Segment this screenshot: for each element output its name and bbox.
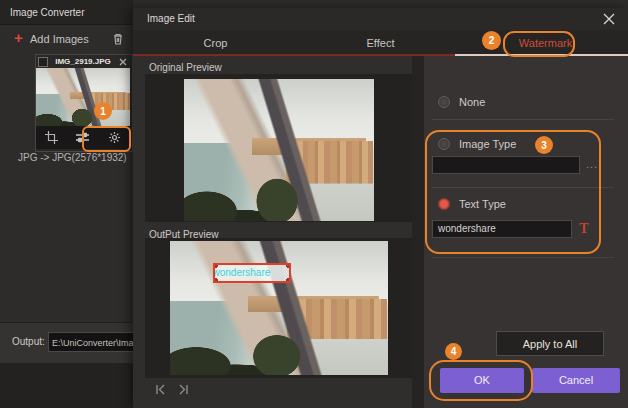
separator — [432, 257, 614, 258]
panel-divider — [412, 56, 424, 408]
annotation-highlight-ok-button — [429, 360, 533, 401]
file-checkbox[interactable] — [38, 57, 48, 67]
annotation-highlight-edit-icon — [82, 126, 131, 152]
file-name: IMG_2919.JPG — [48, 57, 118, 66]
last-image-icon[interactable] — [176, 382, 191, 397]
tab-crop[interactable]: Crop — [133, 30, 298, 56]
sidebar: Image Converter + Add Images IMG_2919.JP… — [0, 0, 133, 408]
cancel-button[interactable]: Cancel — [532, 368, 620, 393]
original-preview-image — [184, 79, 374, 221]
app-window: Image Converter + Add Images IMG_2919.JP… — [0, 0, 628, 408]
radio-none[interactable] — [438, 96, 450, 108]
first-image-icon[interactable] — [153, 382, 168, 397]
annotation-step-2: 2 — [482, 31, 501, 50]
close-icon[interactable] — [601, 11, 617, 27]
sidebar-footer — [0, 363, 133, 408]
plus-icon: + — [14, 29, 23, 46]
crop-icon[interactable] — [45, 131, 58, 144]
tab-underline — [133, 54, 455, 56]
remove-file-icon[interactable] — [118, 57, 128, 67]
separator — [432, 119, 614, 120]
apply-to-all-button[interactable]: Apply to All — [496, 331, 604, 356]
conversion-info: JPG -> JPG(2576*1932) — [18, 152, 127, 163]
original-preview-label: Original Preview — [149, 62, 222, 73]
dialog-header: Image Edit — [133, 8, 628, 30]
trash-icon[interactable] — [110, 31, 126, 47]
app-title: Image Converter — [0, 0, 133, 25]
original-preview-panel — [145, 74, 412, 222]
option-none[interactable]: None — [438, 96, 485, 108]
annotation-highlight-type-options — [425, 130, 601, 254]
annotation-step-1: 1 — [94, 102, 112, 120]
none-label: None — [459, 96, 485, 108]
annotation-step-4: 4 — [445, 343, 462, 360]
annotation-step-3: 3 — [535, 136, 553, 154]
dialog-title: Image Edit — [147, 13, 195, 24]
output-label: Output: — [12, 336, 45, 347]
output-path-field[interactable]: E:\UniConverter\Image — [48, 332, 138, 352]
file-thumbnail-image — [36, 68, 130, 126]
annotation-highlight-watermark-tab — [503, 31, 575, 57]
output-row: Output: E:\UniConverter\Image — [0, 322, 133, 364]
watermark-selection-box[interactable]: wondershare — [213, 263, 291, 283]
file-thumbnail-header: IMG_2919.JPG — [36, 55, 130, 68]
tab-effect[interactable]: Effect — [298, 30, 463, 56]
add-images-label: Add Images — [30, 33, 89, 45]
add-images-button[interactable]: + Add Images — [0, 26, 133, 52]
output-preview-image: wondershare — [170, 241, 388, 375]
output-preview-panel: wondershare — [145, 238, 412, 378]
preview-navigation — [153, 382, 191, 397]
